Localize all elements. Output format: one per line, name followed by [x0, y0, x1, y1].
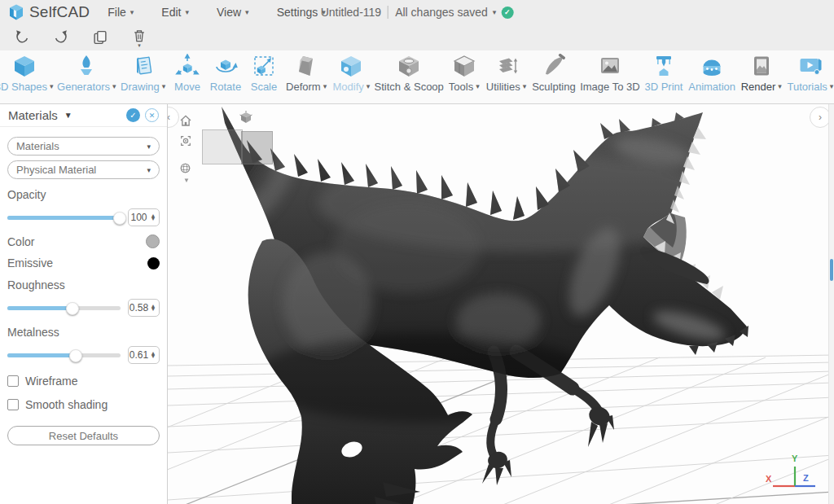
wireframe-checkbox[interactable] [7, 375, 19, 387]
apply-button[interactable]: ✓ [126, 108, 140, 122]
viewport-3d[interactable]: ‹ › ▼ X Y Z [168, 104, 834, 504]
fit-view-icon[interactable] [179, 134, 192, 147]
opacity-label: Opacity [7, 188, 160, 201]
menu-settings[interactable]: Settings▾ [277, 6, 326, 19]
menu-bar: SelfCAD File▾ Edit▾ View▾ Settings▾ Unti… [0, 0, 834, 24]
undo-button[interactable] [11, 27, 33, 48]
toolbar-item-3d-shapes[interactable]: 3D Shapes▾ [0, 54, 53, 93]
axis-x-label: X [766, 474, 772, 484]
delete-button[interactable]: ▾ [129, 27, 150, 48]
close-panel-button[interactable]: ✕ [145, 108, 159, 122]
caret-down-icon: ▾ [162, 83, 166, 90]
save-status[interactable]: All changes saved ▾ ✓ [395, 6, 513, 19]
deform-icon [294, 54, 318, 78]
toolbar-item-drawing[interactable]: Drawing▾ [120, 54, 166, 93]
collapse-panel-icon[interactable]: ▼ [64, 111, 72, 120]
metalness-slider[interactable] [7, 353, 121, 357]
roughness-value[interactable]: 0.58 ▲▼ [128, 299, 160, 317]
modify-icon [339, 54, 363, 78]
metalness-label: Metalness [7, 326, 160, 339]
toolbar-item-generators[interactable]: Generators▾ [57, 54, 116, 93]
emissive-swatch[interactable] [147, 257, 160, 270]
toolbar-item-render[interactable]: Render▾ [740, 54, 783, 93]
roughness-label: Roughness [7, 278, 160, 291]
toolbar-item-stitch-scoop[interactable]: Stitch & Scoop [375, 54, 443, 93]
toolbar-item-animation[interactable]: Animation [688, 54, 736, 93]
camera-options-caret-icon[interactable]: ▼ [183, 177, 190, 184]
toolbar-item-move[interactable]: Move [170, 54, 204, 93]
copy-button[interactable] [90, 27, 111, 48]
menu-view[interactable]: View▾ [217, 6, 249, 19]
panel-title: Materials [8, 108, 58, 122]
color-swatch[interactable] [146, 234, 160, 248]
metalness-value[interactable]: 0.61 ▲▼ [128, 346, 160, 364]
caret-down-icon: ▾ [138, 42, 141, 48]
roughness-stepper[interactable]: ▲▼ [149, 305, 159, 312]
toolbar-item-tools[interactable]: Tools▾ [447, 54, 481, 93]
document-title[interactable]: Untitled-119 [321, 6, 381, 19]
materials-dropdown[interactable]: Materials ▾ [7, 137, 160, 156]
app-logo[interactable]: SelfCAD [7, 2, 90, 22]
opacity-slider[interactable] [7, 216, 121, 220]
tutorials-icon [798, 54, 823, 78]
caret-down-icon: ▾ [112, 83, 116, 90]
stitch-scoop-icon [397, 54, 421, 78]
caret-down-icon: ▾ [830, 83, 834, 90]
toolbar-item-modify[interactable]: Modify▾ [331, 54, 371, 93]
drawing-icon [131, 54, 156, 78]
opacity-stepper[interactable]: ▲▼ [149, 214, 159, 221]
sculpting-icon [542, 54, 566, 78]
roughness-slider-thumb[interactable] [66, 302, 79, 315]
menu-edit[interactable]: Edit▾ [161, 6, 189, 19]
dinosaur-model[interactable] [212, 104, 748, 504]
toolbar-item-scale[interactable]: Scale [247, 54, 281, 93]
smooth-shading-checkbox-row[interactable]: Smooth shading [7, 398, 160, 411]
toolbar-item-tutorials[interactable]: Tutorials▾ [787, 54, 834, 93]
roughness-slider[interactable] [7, 306, 121, 310]
opacity-value[interactable]: 100 ▲▼ [128, 208, 160, 226]
color-label: Color [7, 235, 146, 248]
toolbar-item-sculpting[interactable]: Sculpting [531, 54, 576, 93]
caret-down-icon: ▾ [245, 9, 249, 16]
metalness-stepper[interactable]: ▲▼ [149, 352, 159, 359]
reset-defaults-button[interactable]: Reset Defaults [7, 426, 160, 445]
caret-down-icon: ▾ [130, 9, 134, 16]
toolbar-item-deform[interactable]: Deform▾ [285, 54, 327, 93]
viewport-scrollbar[interactable] [828, 104, 834, 504]
axis-indicator: X Y Z [758, 450, 823, 499]
metalness-slider-thumb[interactable] [69, 349, 82, 362]
main-toolbar: 3D Shapes▾ Generators▾ Drawing▾ Move Rot… [0, 50, 834, 104]
orbit-camera-icon[interactable] [178, 161, 192, 175]
opacity-slider-thumb[interactable] [113, 212, 126, 225]
tools-icon [452, 54, 476, 78]
caret-down-icon: ▾ [493, 9, 497, 16]
materials-panel-header: Materials ▼ ✓ ✕ [0, 104, 167, 127]
gizmo-cube-icon[interactable] [238, 110, 254, 126]
redo-button[interactable] [50, 27, 72, 48]
caret-down-icon: ▾ [185, 9, 189, 16]
menu-file[interactable]: File▾ [108, 6, 134, 19]
toolbar-item-image-to-3d[interactable]: Image To 3D [580, 54, 639, 93]
toolbar-item-utilities[interactable]: Utilities▾ [485, 54, 528, 93]
toolbar-item-3d-print[interactable]: 3D Print [643, 54, 683, 93]
caret-down-icon: ▾ [323, 83, 327, 90]
caret-down-icon: ▾ [50, 83, 54, 90]
generators-icon [74, 54, 99, 78]
render-icon [749, 54, 774, 78]
toolbar-item-rotate[interactable]: Rotate [208, 54, 243, 93]
smooth-shading-checkbox[interactable] [7, 399, 19, 410]
materials-panel: Materials ▼ ✓ ✕ Materials ▾ Physical Mat… [0, 104, 168, 504]
axis-z-label: Z [803, 473, 809, 483]
view-cube-face-front[interactable] [241, 131, 273, 164]
caret-down-icon: ▾ [147, 166, 151, 174]
axis-y-label: Y [792, 454, 798, 463]
material-type-dropdown[interactable]: Physical Material ▾ [7, 160, 160, 179]
saved-check-icon: ✓ [501, 7, 513, 19]
caret-down-icon: ▾ [147, 142, 151, 151]
view-cube-face-left[interactable] [202, 129, 243, 164]
home-view-icon[interactable] [178, 113, 193, 128]
undo-icon [13, 28, 31, 46]
rotate-icon [213, 54, 238, 78]
scrollbar-thumb[interactable] [830, 259, 833, 281]
wireframe-checkbox-row[interactable]: Wireframe [7, 375, 160, 388]
